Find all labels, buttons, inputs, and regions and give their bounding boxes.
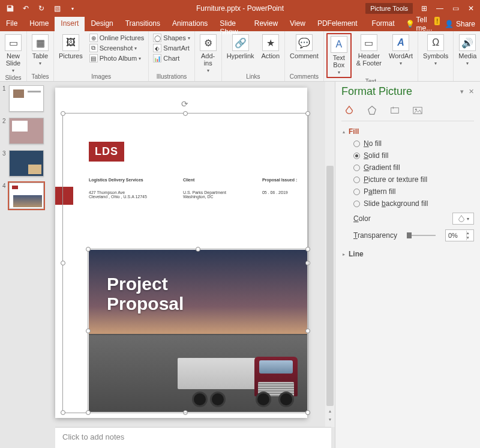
share-button[interactable]: 👤Share [440,17,480,31]
comment-label: Comment [290,52,319,59]
resize-handle[interactable] [305,328,310,333]
transparency-slider[interactable] [407,235,436,236]
rotate-handle-icon[interactable]: ⟳ [181,99,190,107]
tab-file[interactable]: File [0,17,23,31]
action-button[interactable]: ★Action [259,33,283,61]
resize-handle[interactable] [196,247,200,252]
image-selection[interactable] [88,249,308,413]
resize-handle[interactable] [61,261,65,265]
thumbnail-2[interactable]: 2 [2,118,47,144]
addins-button[interactable]: ⚙ Add- ins ▾ [197,33,219,74]
tab-transitions[interactable]: Transitions [119,17,166,31]
resize-handle[interactable] [61,111,65,116]
size-properties-icon[interactable] [388,104,401,117]
table-label: Table [32,52,48,59]
spin-down-icon[interactable]: ▾ [467,235,473,240]
resize-handle[interactable] [86,328,91,333]
pictures-label: Pictures [59,52,83,59]
effects-icon[interactable] [365,104,379,117]
chart-button[interactable]: 📊Chart [151,53,191,63]
pane-options-icon[interactable]: ▾ [460,88,464,95]
transparency-spinner[interactable]: 0%▴▾ [445,229,474,241]
header-footer-button[interactable]: ▭Header & Footer [354,33,384,68]
resize-handle[interactable] [305,247,310,252]
group-label: Links [246,73,260,81]
tell-me[interactable]: 💡Tell me... [403,17,435,31]
smartart-button[interactable]: ⬖SmartArt [151,43,191,53]
pattern-fill-option[interactable]: Pattern fill [353,187,474,196]
tab-insert[interactable]: Insert [55,17,85,31]
solid-fill-option[interactable]: Solid fill [353,151,474,160]
group-label: Illustrations [157,73,187,81]
resize-handle[interactable] [61,410,65,415]
screenshot-icon: ⧉ [89,44,98,52]
tab-review[interactable]: Review [248,17,284,31]
save-icon[interactable] [6,4,14,13]
screenshot-button[interactable]: ⧉Screenshot▾ [88,43,146,53]
resize-handle[interactable] [305,410,310,415]
notes-pane[interactable]: Click to add notes [55,427,331,448]
color-picker-button[interactable]: ▾ [452,213,474,225]
comment-button[interactable]: 💬Comment [287,33,321,61]
fill-section-header[interactable]: ▴Fill [341,121,474,139]
tab-view[interactable]: View [284,17,311,31]
maximize-icon[interactable]: ▭ [451,4,460,13]
online-pictures-button[interactable]: ⊕Online Pictures [88,33,146,43]
slider-thumb[interactable] [407,232,412,238]
canvas-area[interactable]: LDS Logistics Delivery Services 427 Thom… [49,82,335,427]
scrollbar-thumb[interactable] [326,166,334,406]
tab-home[interactable]: Home [23,17,55,31]
prev-slide-icon[interactable]: ▴ [325,408,335,414]
pictures-button[interactable]: 🖼 Pictures [56,33,85,61]
wordart-button[interactable]: AWordArt▾ [386,33,415,67]
vertical-scrollbar[interactable]: ▴ ▾ [325,82,335,427]
tab-animations[interactable]: Animations [166,17,214,31]
start-from-beginning-icon[interactable]: ▧ [53,4,61,13]
slidebg-fill-option[interactable]: Slide background fill [353,199,474,208]
close-icon[interactable]: ✕ [467,4,475,13]
photo-album-button[interactable]: ▤Photo Album▾ [88,53,146,63]
svg-rect-2 [391,108,399,114]
slide[interactable]: LDS Logistics Delivery Services 427 Thom… [55,88,307,418]
tab-slideshow[interactable]: Slide Show [214,17,248,31]
thumb-number: 2 [2,118,7,144]
media-button[interactable]: 🔊Media▾ [456,33,479,67]
minimize-icon[interactable]: — [436,4,444,13]
shapes-button[interactable]: ◯Shapes▾ [151,33,191,43]
thumbnail-3[interactable]: 3 [2,150,47,177]
picture-icon[interactable] [411,104,424,117]
group-addins: ⚙ Add- ins ▾ [195,31,222,81]
chart-icon: 📊 [153,54,161,62]
media-label: Media [458,52,476,59]
fill-line-icon[interactable] [343,104,356,117]
thumbnail-4[interactable]: 4 [2,183,47,209]
tab-pdfelement[interactable]: PDFelement [311,17,364,31]
warning-icon[interactable]: ! [434,17,440,25]
no-fill-option[interactable]: No fill [353,139,474,148]
action-icon: ★ [262,34,279,51]
qat-dropdown-icon[interactable]: ▾ [68,4,77,13]
gradient-fill-option[interactable]: Gradient fill [353,163,474,172]
ribbon-display-icon[interactable]: ⊞ [420,4,428,13]
symbols-button[interactable]: ΩSymbols▾ [421,33,451,67]
new-slide-button[interactable]: ▭ New Slide ▾ [2,33,24,74]
tab-format[interactable]: Format [364,17,403,31]
tab-design[interactable]: Design [85,17,119,31]
resize-handle[interactable] [86,410,91,415]
next-slide-icon[interactable]: ▾ [325,417,335,422]
picture-fill-option[interactable]: Picture or texture fill [353,175,474,184]
expand-icon: ▸ [343,252,345,257]
thumbnail-1[interactable]: 1 [2,85,47,112]
spin-up-icon[interactable]: ▴ [467,231,473,235]
hyperlink-button[interactable]: 🔗Hyperlink [224,33,257,61]
resize-handle[interactable] [305,111,310,116]
pane-close-icon[interactable]: ✕ [469,88,474,95]
undo-icon[interactable]: ↶ [22,4,30,13]
resize-handle[interactable] [183,111,188,116]
line-section-header[interactable]: ▸Line [341,241,474,262]
redo-icon[interactable]: ↻ [37,4,46,13]
resize-handle[interactable] [86,247,91,252]
table-button[interactable]: ▦ Table ▾ [29,33,51,67]
smartart-icon: ⬖ [153,44,161,52]
textbox-button[interactable]: AText Box▾ [328,35,350,76]
